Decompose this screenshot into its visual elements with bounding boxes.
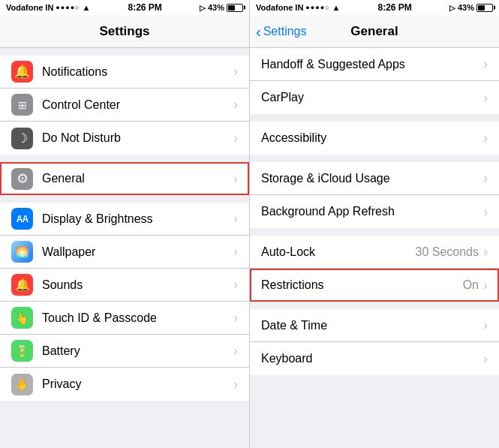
storage-chevron: ›	[483, 170, 488, 186]
accessibility-chevron: ›	[483, 131, 488, 146]
background-chevron: ›	[483, 204, 488, 220]
left-status-left: Vodafone IN ●●●●○ ▲	[6, 3, 90, 12]
display-chevron: ›	[233, 211, 238, 227]
left-item-wallpaper[interactable]: 🌅 Wallpaper ›	[0, 236, 249, 269]
restrictions-chevron: ›	[483, 278, 488, 293]
left-settings-list: 🔔 Notifications › ⊞ Control Center › ☽ D…	[0, 48, 249, 448]
left-item-sounds[interactable]: 🔔 Sounds ›	[0, 269, 249, 302]
left-item-display[interactable]: AA Display & Brightness ›	[0, 203, 249, 236]
left-group-1: 🔔 Notifications › ⊞ Control Center › ☽ D…	[0, 56, 249, 155]
left-item-privacy[interactable]: 🤚 Privacy ›	[0, 368, 249, 401]
notifications-icon: 🔔	[11, 61, 33, 83]
carplay-chevron: ›	[483, 90, 488, 106]
right-group-5: Date & Time › Keyboard ›	[250, 309, 499, 375]
touchid-label: Touch ID & Passcode	[42, 311, 233, 325]
right-status-left: Vodafone IN ●●●●○ ▲	[256, 3, 340, 12]
restrictions-value: On	[463, 278, 479, 292]
left-panel: Vodafone IN ●●●●○ ▲ 8:26 PM ▷ 43% Settin…	[0, 0, 249, 448]
left-battery-pct: 43%	[208, 3, 224, 12]
left-group-2: ⚙ General ›	[0, 162, 249, 195]
wallpaper-icon: 🌅	[11, 241, 33, 263]
right-separator-3	[250, 228, 499, 236]
right-item-handoff[interactable]: Handoff & Suggested Apps ›	[250, 48, 499, 81]
privacy-icon: 🤚	[11, 374, 33, 395]
keyboard-label: Keyboard	[261, 352, 483, 365]
left-time: 8:26 PM	[128, 2, 162, 13]
do-not-disturb-icon: ☽	[11, 128, 33, 149]
left-separator-3	[0, 195, 249, 203]
right-nav-title: General	[350, 24, 398, 39]
right-item-restrictions[interactable]: Restrictions On ›	[250, 269, 499, 302]
right-item-background[interactable]: Background App Refresh ›	[250, 195, 499, 228]
right-status-right: ▷ 43%	[449, 3, 493, 12]
right-item-keyboard[interactable]: Keyboard ›	[250, 342, 499, 375]
general-chevron: ›	[233, 171, 238, 187]
right-item-autolock[interactable]: Auto-Lock 30 Seconds ›	[250, 236, 499, 269]
autolock-value: 30 Seconds	[415, 245, 479, 259]
accessibility-label: Accessibility	[261, 131, 483, 145]
display-icon: AA	[11, 208, 33, 230]
right-item-carplay[interactable]: CarPlay ›	[250, 81, 499, 114]
left-signal: ●●●●○	[56, 4, 80, 11]
keyboard-chevron: ›	[483, 351, 488, 367]
datetime-label: Date & Time	[261, 319, 483, 332]
right-battery-pct: 43%	[458, 3, 474, 12]
left-nav-header: Settings	[0, 15, 249, 48]
back-chevron-icon: ‹	[256, 24, 261, 39]
datetime-chevron: ›	[483, 317, 488, 333]
right-item-accessibility[interactable]: Accessibility ›	[250, 122, 499, 155]
control-center-label: Control Center	[42, 98, 233, 112]
right-item-datetime[interactable]: Date & Time ›	[250, 309, 499, 342]
general-icon: ⚙	[11, 168, 33, 190]
do-not-disturb-chevron: ›	[233, 131, 238, 146]
left-group-3: AA Display & Brightness › 🌅 Wallpaper › …	[0, 203, 249, 401]
left-item-do-not-disturb[interactable]: ☽ Do Not Disturb ›	[0, 122, 249, 155]
right-signal: ●●●●○	[305, 4, 329, 11]
left-item-control-center[interactable]: ⊞ Control Center ›	[0, 89, 249, 122]
background-label: Background App Refresh	[261, 205, 483, 218]
right-separator-2	[250, 155, 499, 162]
right-time: 8:26 PM	[378, 2, 412, 13]
sounds-icon: 🔔	[11, 274, 33, 296]
sounds-label: Sounds	[42, 278, 233, 292]
right-group-3: Storage & iCloud Usage › Background App …	[250, 162, 499, 228]
right-nav-back[interactable]: ‹ Settings	[256, 24, 306, 39]
left-item-battery[interactable]: 🔋 Battery ›	[0, 335, 249, 368]
left-separator-2	[0, 155, 249, 162]
wallpaper-label: Wallpaper	[42, 245, 233, 259]
notifications-chevron: ›	[233, 64, 238, 80]
carplay-label: CarPlay	[261, 91, 483, 104]
right-group-1: Handoff & Suggested Apps › CarPlay ›	[250, 48, 499, 114]
right-group-2: Accessibility ›	[250, 122, 499, 155]
right-panel: Vodafone IN ●●●●○ ▲ 8:26 PM ▷ 43% ‹ Sett…	[250, 0, 499, 448]
privacy-chevron: ›	[233, 377, 238, 392]
control-center-icon: ⊞	[11, 94, 33, 116]
right-gps-icon: ▷	[449, 4, 455, 12]
notifications-label: Notifications	[42, 65, 233, 79]
touchid-chevron: ›	[233, 310, 238, 326]
left-nav-title: Settings	[99, 24, 149, 39]
left-battery-icon	[227, 4, 243, 12]
left-item-general[interactable]: ⚙ General ›	[0, 162, 249, 195]
right-separator-4	[250, 302, 499, 309]
right-item-storage[interactable]: Storage & iCloud Usage ›	[250, 162, 499, 195]
privacy-label: Privacy	[42, 377, 233, 391]
left-carrier: Vodafone IN	[6, 3, 53, 12]
left-item-touchid[interactable]: 👆 Touch ID & Passcode ›	[0, 302, 249, 335]
do-not-disturb-label: Do Not Disturb	[42, 131, 233, 145]
handoff-chevron: ›	[483, 56, 488, 72]
control-center-chevron: ›	[233, 97, 238, 113]
left-status-bar: Vodafone IN ●●●●○ ▲ 8:26 PM ▷ 43%	[0, 0, 249, 15]
wallpaper-chevron: ›	[233, 244, 238, 260]
right-wifi-icon: ▲	[332, 3, 341, 12]
storage-label: Storage & iCloud Usage	[261, 172, 483, 185]
general-label: General	[42, 172, 233, 185]
autolock-label: Auto-Lock	[261, 245, 415, 259]
left-item-notifications[interactable]: 🔔 Notifications ›	[0, 56, 249, 89]
right-settings-list: Handoff & Suggested Apps › CarPlay › Acc…	[250, 48, 499, 448]
back-label: Settings	[263, 25, 307, 38]
battery-icon-item: 🔋	[11, 340, 33, 362]
right-separator-1	[250, 114, 499, 122]
left-status-right: ▷ 43%	[200, 3, 243, 12]
right-battery-icon	[476, 4, 493, 12]
